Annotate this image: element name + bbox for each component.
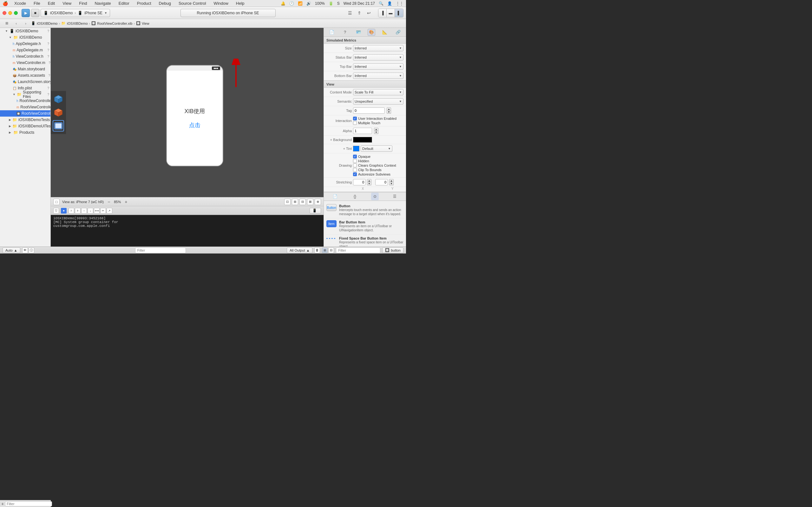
sidebar-item-iosxibdemo-root[interactable]: ▼ 📱 iOSXIBDemo ?: [0, 28, 50, 34]
constraint-btn-4[interactable]: ⊠: [307, 199, 313, 205]
bottom-filter-1[interactable]: [135, 247, 186, 253]
align-btn-7[interactable]: ↗: [107, 208, 112, 214]
right-panel-btn[interactable]: ▌: [395, 9, 403, 17]
lib-tab-files[interactable]: 📄: [331, 193, 339, 200]
preview-btn[interactable]: 👁: [22, 247, 28, 253]
stretching-y-field[interactable]: [375, 179, 388, 185]
tint-color-swatch[interactable]: [353, 146, 359, 152]
editor-list-btn[interactable]: ☰: [346, 9, 354, 17]
wifi-icon[interactable]: 📶: [298, 1, 303, 6]
menu-debug[interactable]: Debug: [158, 1, 172, 6]
lib-tab-objects[interactable]: {}: [351, 193, 359, 200]
canvas-area[interactable]: ■■■ XIB使用 点击: [51, 28, 323, 197]
forward-btn[interactable]: ›: [21, 19, 30, 27]
sidebar-item-products[interactable]: ▶ 📁 Products: [0, 129, 50, 135]
bottom-button-label[interactable]: 🔲 button: [382, 247, 403, 253]
menu-file[interactable]: File: [32, 1, 42, 6]
constraint-btn-2[interactable]: ⊞: [292, 199, 298, 205]
stretch-x-down[interactable]: ▼: [367, 182, 371, 185]
breadcrumb-4[interactable]: View: [142, 21, 149, 25]
notification-icon[interactable]: 🔔: [281, 1, 286, 6]
app-label[interactable]: 📱: [310, 208, 321, 214]
left-panel-btn[interactable]: ▐: [378, 9, 387, 17]
align-btn-4[interactable]: ↓: [88, 208, 93, 214]
constraint-btn-5[interactable]: ⊕: [315, 199, 321, 205]
menu-window[interactable]: Window: [212, 1, 230, 6]
auto-layout-btn[interactable]: Auto ▲: [3, 247, 20, 253]
sidebar-item-rootvc-h[interactable]: h RootViewController.h A: [0, 98, 50, 104]
back-btn[interactable]: ‹: [12, 19, 20, 27]
sidebar-item-main-storyboard[interactable]: 🎭 Main.storyboard: [0, 66, 50, 72]
multiple-touch-checkbox[interactable]: [353, 121, 357, 125]
file-inspector-tab[interactable]: 📄: [328, 29, 336, 36]
bottom-bar-dropdown[interactable]: Inferred ▼: [353, 72, 403, 79]
stop-button[interactable]: ■: [31, 9, 39, 17]
menu-navigate[interactable]: Navigate: [93, 1, 112, 6]
autoresize-checkbox[interactable]: [353, 172, 357, 176]
console-split-btn-1[interactable]: ⊞: [322, 247, 328, 253]
semantic-dropdown[interactable]: Unspecified ▼: [353, 98, 403, 105]
clears-graphics-checkbox[interactable]: [353, 164, 357, 167]
library-bar-button-item[interactable]: Item Bar Button Item Represents an item …: [325, 218, 405, 234]
breadcrumb-3[interactable]: RootViewController.xib: [97, 21, 132, 25]
maximize-button[interactable]: [14, 11, 18, 15]
align-btn-3[interactable]: ↑: [81, 208, 87, 214]
tag-increment[interactable]: ▲: [387, 107, 391, 111]
identity-inspector-tab[interactable]: 🪪: [355, 29, 362, 36]
console-split-btn-2[interactable]: ⊟: [328, 247, 334, 253]
attributes-inspector-tab[interactable]: 🎨: [368, 29, 375, 36]
volume-icon[interactable]: 🔊: [306, 1, 311, 6]
run-button[interactable]: ▶: [21, 9, 30, 17]
opaque-checkbox[interactable]: [353, 155, 357, 158]
sidebar-item-tests[interactable]: ▶ 📁 iOSXIBDemoTests: [0, 117, 50, 123]
minimize-button[interactable]: [8, 11, 12, 15]
stretch-y-up[interactable]: ▲: [389, 179, 394, 182]
align-btn-5[interactable]: ⟺: [94, 208, 100, 214]
obj-cube-orange[interactable]: [53, 107, 64, 118]
breadcrumb-1[interactable]: iOSXIBDemo: [37, 21, 57, 25]
tint-dropdown[interactable]: Default ▼: [361, 146, 392, 152]
apple-menu[interactable]: 🍎: [3, 1, 8, 6]
info-btn[interactable]: ⓘ: [29, 247, 34, 253]
sidebar-item-appdelegate-m[interactable]: m AppDelegate.m ?: [0, 47, 50, 53]
breadcrumb-2[interactable]: iOSXIBDemo: [67, 21, 88, 25]
size-inspector-tab[interactable]: 📐: [381, 29, 389, 36]
disclosure-btn[interactable]: ▽: [53, 208, 59, 214]
sidebar-item-rootvc-m[interactable]: m RootViewController.m A: [0, 104, 50, 110]
alpha-increment[interactable]: ▲: [374, 128, 378, 131]
sidebar-item-supporting-files[interactable]: ▼ 📁 Supporting Files ?: [0, 91, 50, 98]
close-button[interactable]: [3, 11, 6, 15]
skype-icon[interactable]: S: [337, 1, 340, 6]
sidebar-item-appdelegate-h[interactable]: h AppDelegate.h ?: [0, 41, 50, 47]
scheme-selector[interactable]: 📱 iOSXIBDemo › 📱 iPhone SE ▼: [41, 9, 110, 17]
tag-decrement[interactable]: ▼: [387, 111, 391, 114]
lib-tab-components[interactable]: ⊙: [371, 193, 379, 200]
grid-view-btn[interactable]: ⊞: [3, 19, 11, 27]
constraint-btn-1[interactable]: ⊡: [284, 199, 291, 205]
stretch-x-up[interactable]: ▲: [367, 179, 371, 182]
user-icon[interactable]: 👤: [387, 1, 392, 6]
xib-button[interactable]: 点击: [189, 121, 200, 129]
editor-jump-btn[interactable]: ⇑: [355, 9, 363, 17]
menu-view[interactable]: View: [61, 1, 72, 6]
sidebar-item-iosxibdemo-folder[interactable]: ▼ 📁 iOSXIBDemo: [0, 34, 50, 41]
sidebar-item-viewcontroller-h[interactable]: h ViewController.h ?: [0, 53, 50, 60]
bottom-panel-btn[interactable]: ▬: [387, 9, 395, 17]
zoom-minus[interactable]: −: [106, 199, 111, 205]
menu-source-control[interactable]: Source Control: [177, 1, 207, 6]
stretch-y-down[interactable]: ▼: [389, 182, 394, 185]
align-btn-6[interactable]: ✂: [100, 208, 106, 214]
hidden-checkbox[interactable]: [353, 159, 357, 163]
view-selector-btn[interactable]: □: [53, 199, 60, 205]
alpha-decrement[interactable]: ▼: [374, 131, 378, 134]
obj-view-item[interactable]: [53, 120, 64, 131]
obj-cube-3d[interactable]: [53, 94, 64, 105]
background-color-swatch[interactable]: [353, 137, 372, 143]
clip-to-bounds-checkbox[interactable]: [353, 168, 357, 172]
sidebar-item-assets[interactable]: 📦 Assets.xcassets ?: [0, 72, 50, 78]
top-bar-dropdown[interactable]: Inferred ▼: [353, 63, 403, 70]
trash-btn[interactable]: 🗑: [314, 247, 320, 253]
bottom-filter-2[interactable]: [336, 247, 380, 253]
search-icon[interactable]: 🔍: [379, 1, 384, 6]
align-btn-2[interactable]: ⊧: [75, 208, 81, 214]
